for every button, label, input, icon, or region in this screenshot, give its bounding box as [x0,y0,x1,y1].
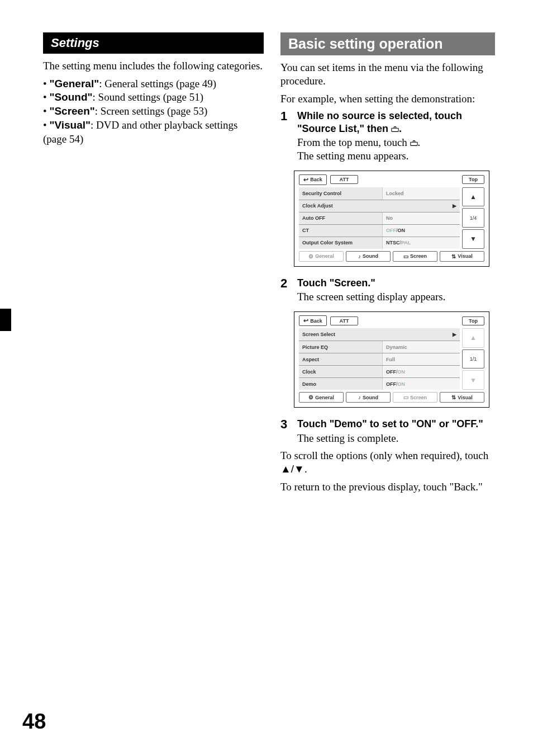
row-label: Aspect [299,353,383,365]
settings-toolbox-icon [391,123,399,130]
pager-indicator: 1/4 [462,208,484,228]
step-1-title-text: While no source is selected, touch "Sour… [297,110,462,134]
value-on: ON [398,228,406,233]
intro-text-2: For example, when setting the demonstrat… [280,92,495,106]
step-number: 1 [280,110,292,163]
basic-setting-header: Basic setting operation [280,32,495,55]
settings-category-list: "General": General settings (page 49) "S… [43,77,264,146]
ui-screenshot-screen: Back ATT Top Screen Select▶ Picture EQ D… [294,311,489,408]
tab-screen[interactable]: ▭Screen [393,251,437,262]
tab-sound[interactable]: ♪Sound [346,251,391,262]
tab-general[interactable]: ⚙General [299,392,344,403]
list-item: "Sound": Sound settings (page 51) [43,91,264,105]
tab-label: General [315,395,334,400]
row-value: OFF / ON [383,225,460,237]
page-number: 48 [22,710,46,734]
settings-toolbox-icon [410,136,418,143]
scroll-down-button[interactable]: ▼ [462,229,484,249]
row-output-color-system[interactable]: Output Color System NTSC / PAL [299,237,460,249]
row-value: Dynamic [383,341,460,353]
back-icon [303,317,308,324]
row-label-text: Clock Adjust [302,203,333,209]
row-clock-adjust[interactable]: Clock Adjust▶ [299,200,460,212]
value-off: OFF [386,381,396,387]
footer-scroll-text: To scroll the options (only when require… [280,449,495,476]
step-2-line1: The screen setting display appears. [297,290,495,304]
row-demo[interactable]: Demo OFF / ON [299,377,460,390]
row-label-text: Screen Select [302,332,335,337]
footer-text-a: To scroll the options (only when require… [280,450,488,461]
row-label: Security Control [299,187,383,200]
row-label: Demo [299,378,383,390]
tab-label: Visual [458,395,472,400]
chevron-right-icon: ▶ [453,203,456,209]
chevron-up-icon: ▲ [470,193,477,201]
step-number: 3 [280,418,292,445]
settings-header: Settings [43,32,264,54]
tab-label: Sound [363,395,378,400]
row-value: OFF / ON [383,378,460,390]
row-label: Clock [299,366,383,377]
step-1-line1: From the top menu, touch . [297,136,495,149]
value-ntsc: NTSC [386,240,400,245]
tab-sound[interactable]: ♪Sound [346,392,391,403]
step-3-title: Touch "Demo" to set to "ON" or "OFF." [297,418,495,431]
scroll-up-button[interactable]: ▲ [462,328,484,348]
chevron-right-icon: ▶ [453,332,456,337]
back-icon [303,176,308,183]
back-button[interactable]: Back [299,174,327,185]
step-1-line2: The setting menu appears. [297,149,495,163]
row-label: CT [299,225,383,237]
tab-visual[interactable]: ⇅Visual [440,392,484,403]
tab-label: Sound [363,253,378,259]
intro-text-1: You can set items in the menu via the fo… [280,61,495,88]
row-ct[interactable]: CT OFF / ON [299,224,460,237]
row-auto-off[interactable]: Auto OFF No [299,212,460,224]
row-label: Output Color System [299,237,383,249]
back-button[interactable]: Back [299,315,327,326]
value-on: ON [398,369,406,375]
row-label: Picture EQ [299,341,383,353]
row-screen-select[interactable]: Screen Select▶ [299,328,460,341]
chevron-up-icon: ▲ [470,334,477,342]
scroll-up-button[interactable]: ▲ [462,187,484,207]
list-item: "Screen": Screen settings (page 53) [43,105,264,119]
top-button[interactable]: Top [462,175,484,184]
category-label: "Visual" [49,119,91,131]
visual-icon: ⇅ [451,253,456,259]
row-value: OFF / ON [383,366,460,377]
tab-label: Visual [458,253,472,259]
tab-label: Screen [410,253,427,259]
footer-text-c: . [304,463,307,475]
sound-icon: ♪ [358,253,361,259]
row-aspect[interactable]: Aspect Full [299,353,460,365]
gear-icon: ⚙ [308,394,313,400]
value-on: ON [398,381,406,387]
row-label: Screen Select▶ [299,328,460,341]
settings-intro: The setting menu includes the following … [43,59,264,73]
back-label: Back [310,177,322,182]
tab-general[interactable]: ⚙General [299,251,344,262]
row-value: Locked [383,187,460,200]
svg-rect-1 [410,143,417,146]
category-label: "Screen" [49,105,94,117]
row-clock[interactable]: Clock OFF / ON [299,365,460,377]
value-off: OFF [386,369,396,375]
att-button[interactable]: ATT [330,316,358,325]
gear-icon: ⚙ [308,253,313,259]
pager-indicator: 1/1 [462,349,484,369]
att-button[interactable]: ATT [330,175,358,184]
row-security-control[interactable]: Security Control Locked [299,187,460,200]
top-button[interactable]: Top [462,316,484,325]
step-1-title-end: . [399,123,402,134]
tab-screen[interactable]: ▭Screen [393,392,437,403]
scroll-down-button[interactable]: ▼ [462,370,484,390]
screen-icon: ▭ [403,253,408,259]
row-picture-eq[interactable]: Picture EQ Dynamic [299,341,460,353]
step-1-line1-end: . [418,136,421,148]
footer-back-text: To return to the previous display, touch… [280,480,495,494]
step-number: 2 [280,277,292,304]
tab-visual[interactable]: ⇅Visual [440,251,484,262]
ui-screenshot-general: Back ATT Top Security Control Locked Clo… [294,171,489,267]
chevron-down-icon: ▼ [470,376,477,384]
